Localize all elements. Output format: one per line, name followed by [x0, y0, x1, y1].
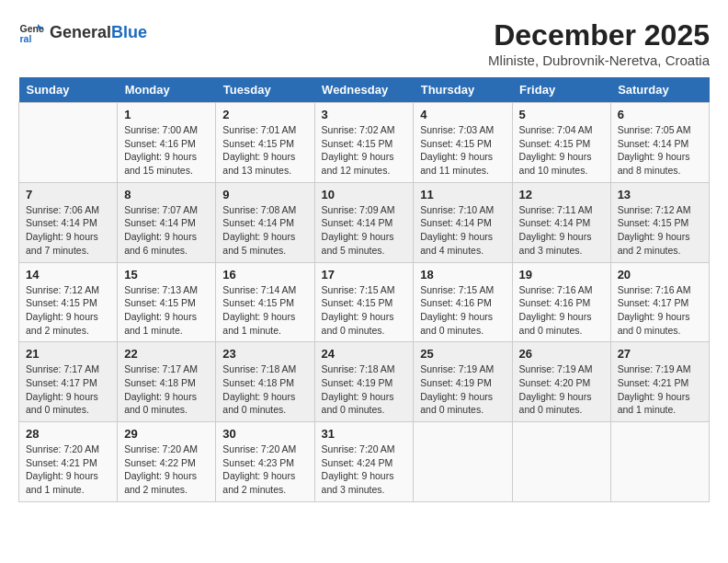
day-info: Sunrise: 7:01 AMSunset: 4:15 PMDaylight:…: [222, 123, 307, 178]
day-number: 14: [26, 268, 110, 282]
logo-icon: Gene ral: [18, 18, 46, 46]
day-info: Sunrise: 7:19 AMSunset: 4:20 PMDaylight:…: [519, 362, 604, 417]
calendar-cell: 19Sunrise: 7:16 AMSunset: 4:16 PMDayligh…: [512, 262, 610, 342]
calendar-cell: 27Sunrise: 7:19 AMSunset: 4:21 PMDayligh…: [610, 342, 709, 422]
logo-general-text: General: [50, 23, 111, 42]
day-info: Sunrise: 7:16 AMSunset: 4:17 PMDaylight:…: [618, 283, 702, 338]
weekday-header: Tuesday: [216, 77, 314, 103]
calendar-cell: [512, 422, 610, 502]
day-number: 24: [322, 347, 407, 361]
day-info: Sunrise: 7:09 AMSunset: 4:14 PMDaylight:…: [322, 203, 407, 258]
day-number: 2: [222, 108, 307, 121]
calendar-cell: 24Sunrise: 7:18 AMSunset: 4:19 PMDayligh…: [314, 342, 414, 422]
day-info: Sunrise: 7:16 AMSunset: 4:16 PMDaylight:…: [519, 283, 604, 338]
day-number: 29: [124, 427, 209, 441]
day-info: Sunrise: 7:20 AMSunset: 4:22 PMDaylight:…: [124, 442, 209, 497]
calendar-cell: 3Sunrise: 7:02 AMSunset: 4:15 PMDaylight…: [314, 103, 414, 183]
calendar-cell: 7Sunrise: 7:06 AMSunset: 4:14 PMDaylight…: [19, 182, 118, 262]
calendar-cell: 9Sunrise: 7:08 AMSunset: 4:14 PMDaylight…: [216, 182, 314, 262]
day-info: Sunrise: 7:12 AMSunset: 4:15 PMDaylight:…: [26, 283, 110, 338]
day-info: Sunrise: 7:17 AMSunset: 4:18 PMDaylight:…: [124, 362, 209, 417]
day-number: 12: [519, 188, 604, 201]
day-number: 25: [420, 347, 505, 361]
day-info: Sunrise: 7:17 AMSunset: 4:17 PMDaylight:…: [26, 362, 110, 417]
day-info: Sunrise: 7:13 AMSunset: 4:15 PMDaylight:…: [124, 283, 209, 338]
calendar-cell: 26Sunrise: 7:19 AMSunset: 4:20 PMDayligh…: [512, 342, 610, 422]
calendar-cell: 10Sunrise: 7:09 AMSunset: 4:14 PMDayligh…: [314, 182, 414, 262]
calendar-cell: 25Sunrise: 7:19 AMSunset: 4:19 PMDayligh…: [414, 342, 512, 422]
day-info: Sunrise: 7:07 AMSunset: 4:14 PMDaylight:…: [124, 203, 209, 258]
day-info: Sunrise: 7:08 AMSunset: 4:14 PMDaylight:…: [222, 203, 307, 258]
day-number: 3: [322, 108, 407, 121]
day-info: Sunrise: 7:15 AMSunset: 4:15 PMDaylight:…: [322, 283, 407, 338]
calendar-week-row: 28Sunrise: 7:20 AMSunset: 4:21 PMDayligh…: [19, 422, 710, 502]
day-info: Sunrise: 7:11 AMSunset: 4:14 PMDaylight:…: [519, 203, 604, 258]
day-info: Sunrise: 7:05 AMSunset: 4:14 PMDaylight:…: [618, 123, 702, 178]
calendar-cell: 30Sunrise: 7:20 AMSunset: 4:23 PMDayligh…: [216, 422, 314, 502]
day-info: Sunrise: 7:19 AMSunset: 4:21 PMDaylight:…: [618, 362, 702, 417]
calendar-cell: 13Sunrise: 7:12 AMSunset: 4:15 PMDayligh…: [610, 182, 709, 262]
day-number: 26: [519, 347, 604, 361]
calendar-cell: 31Sunrise: 7:20 AMSunset: 4:24 PMDayligh…: [314, 422, 414, 502]
calendar-cell: 4Sunrise: 7:03 AMSunset: 4:15 PMDaylight…: [414, 103, 512, 183]
calendar-cell: 29Sunrise: 7:20 AMSunset: 4:22 PMDayligh…: [118, 422, 216, 502]
day-info: Sunrise: 7:12 AMSunset: 4:15 PMDaylight:…: [618, 203, 702, 258]
weekday-header: Sunday: [19, 77, 118, 103]
calendar-cell: 28Sunrise: 7:20 AMSunset: 4:21 PMDayligh…: [19, 422, 118, 502]
calendar-cell: 1Sunrise: 7:00 AMSunset: 4:16 PMDaylight…: [118, 103, 216, 183]
calendar-cell: 20Sunrise: 7:16 AMSunset: 4:17 PMDayligh…: [610, 262, 709, 342]
calendar-cell: 17Sunrise: 7:15 AMSunset: 4:15 PMDayligh…: [314, 262, 414, 342]
day-number: 27: [618, 347, 702, 361]
calendar-cell: 6Sunrise: 7:05 AMSunset: 4:14 PMDaylight…: [610, 103, 709, 183]
calendar-cell: 2Sunrise: 7:01 AMSunset: 4:15 PMDaylight…: [216, 103, 314, 183]
day-number: 19: [519, 268, 604, 282]
day-number: 18: [420, 268, 505, 282]
calendar-cell: 16Sunrise: 7:14 AMSunset: 4:15 PMDayligh…: [216, 262, 314, 342]
day-number: 22: [124, 347, 209, 361]
calendar-cell: 18Sunrise: 7:15 AMSunset: 4:16 PMDayligh…: [414, 262, 512, 342]
calendar-cell: 22Sunrise: 7:17 AMSunset: 4:18 PMDayligh…: [118, 342, 216, 422]
calendar-cell: 21Sunrise: 7:17 AMSunset: 4:17 PMDayligh…: [19, 342, 118, 422]
title-section: December 2025 Mliniste, Dubrovnik-Neretv…: [488, 18, 710, 68]
calendar-cell: 15Sunrise: 7:13 AMSunset: 4:15 PMDayligh…: [118, 262, 216, 342]
subtitle: Mliniste, Dubrovnik-Neretva, Croatia: [488, 52, 710, 68]
day-info: Sunrise: 7:03 AMSunset: 4:15 PMDaylight:…: [420, 123, 505, 178]
weekday-header-row: SundayMondayTuesdayWednesdayThursdayFrid…: [19, 77, 710, 103]
day-info: Sunrise: 7:10 AMSunset: 4:14 PMDaylight:…: [420, 203, 505, 258]
day-number: 31: [322, 427, 407, 441]
calendar-cell: 23Sunrise: 7:18 AMSunset: 4:18 PMDayligh…: [216, 342, 314, 422]
weekday-header: Monday: [118, 77, 216, 103]
logo: Gene ral GeneralBlue: [18, 18, 147, 46]
day-number: 8: [124, 188, 209, 201]
calendar-week-row: 1Sunrise: 7:00 AMSunset: 4:16 PMDaylight…: [19, 103, 710, 183]
calendar-table: SundayMondayTuesdayWednesdayThursdayFrid…: [18, 77, 710, 502]
day-info: Sunrise: 7:20 AMSunset: 4:23 PMDaylight:…: [222, 442, 307, 497]
calendar-week-row: 14Sunrise: 7:12 AMSunset: 4:15 PMDayligh…: [19, 262, 710, 342]
day-number: 30: [222, 427, 307, 441]
day-number: 11: [420, 188, 505, 201]
day-info: Sunrise: 7:00 AMSunset: 4:16 PMDaylight:…: [124, 123, 209, 178]
calendar-week-row: 7Sunrise: 7:06 AMSunset: 4:14 PMDaylight…: [19, 182, 710, 262]
weekday-header: Saturday: [610, 77, 709, 103]
day-info: Sunrise: 7:04 AMSunset: 4:15 PMDaylight:…: [519, 123, 604, 178]
weekday-header: Thursday: [414, 77, 512, 103]
calendar-cell: 5Sunrise: 7:04 AMSunset: 4:15 PMDaylight…: [512, 103, 610, 183]
day-number: 21: [26, 347, 110, 361]
header-section: Gene ral GeneralBlue December 2025 Mlini…: [18, 18, 710, 68]
weekday-header: Wednesday: [314, 77, 414, 103]
day-info: Sunrise: 7:02 AMSunset: 4:15 PMDaylight:…: [322, 123, 407, 178]
calendar-week-row: 21Sunrise: 7:17 AMSunset: 4:17 PMDayligh…: [19, 342, 710, 422]
calendar-cell: [610, 422, 709, 502]
svg-text:ral: ral: [20, 33, 32, 44]
calendar-cell: 14Sunrise: 7:12 AMSunset: 4:15 PMDayligh…: [19, 262, 118, 342]
day-info: Sunrise: 7:06 AMSunset: 4:14 PMDaylight:…: [26, 203, 110, 258]
day-number: 5: [519, 108, 604, 121]
day-number: 15: [124, 268, 209, 282]
day-info: Sunrise: 7:20 AMSunset: 4:21 PMDaylight:…: [26, 442, 110, 497]
logo-blue-text: Blue: [111, 23, 147, 42]
day-info: Sunrise: 7:19 AMSunset: 4:19 PMDaylight:…: [420, 362, 505, 417]
calendar-cell: [19, 103, 118, 183]
day-info: Sunrise: 7:15 AMSunset: 4:16 PMDaylight:…: [420, 283, 505, 338]
day-number: 4: [420, 108, 505, 121]
day-info: Sunrise: 7:20 AMSunset: 4:24 PMDaylight:…: [322, 442, 407, 497]
